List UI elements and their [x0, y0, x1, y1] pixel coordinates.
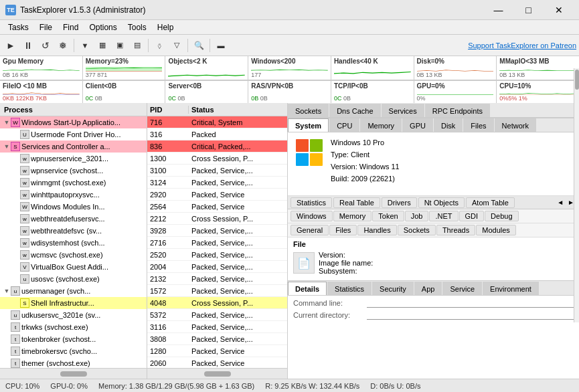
stat-objects[interactable]: Objects<2 K [165, 56, 248, 80]
menu-file[interactable]: File [34, 21, 58, 33]
close-button[interactable]: ✕ [544, 0, 574, 20]
pid-list[interactable]: 716 Critical, System 316 Packed 836 Crit… [147, 116, 287, 368]
pid-row-7[interactable]: 2564 Packed, Service [147, 201, 287, 213]
proc-row-6[interactable]: w winhttpautoprxysvc... [0, 189, 147, 201]
pid-row-5[interactable]: 3124 Packed, Service,... [147, 177, 287, 189]
pid-row-4[interactable]: 3100 Packed, Service,... [147, 165, 287, 177]
menu-tasks[interactable]: Tasks [3, 21, 34, 33]
process-list[interactable]: ▼ W Windows Start-Up Applicatio... U Use… [0, 116, 147, 368]
proc-row-11[interactable]: w wcmsvc (svchost.exe) [0, 249, 147, 261]
pid-row-9[interactable]: 3928 Packed, Service,... [147, 225, 287, 237]
tab-memory[interactable]: Memory [360, 118, 402, 132]
subtab-files[interactable]: Files [329, 225, 357, 235]
proc-row-20[interactable]: t themer (svchost.exe) [0, 357, 147, 368]
pid-row-0[interactable]: 716 Critical, System [147, 116, 287, 128]
stat-disk[interactable]: Disk=0% 0B 13 KB [414, 56, 497, 80]
pid-row-8[interactable]: 2212 Cross Session, P... [147, 213, 287, 225]
tab-gpu[interactable]: GPU [402, 118, 433, 132]
tab-service[interactable]: Service [442, 282, 482, 295]
pid-row-10[interactable]: 2716 Packed, Service,... [147, 237, 287, 249]
subtab-windows[interactable]: Windows [291, 211, 333, 221]
pid-row-6[interactable]: 2920 Packed, Service [147, 189, 287, 201]
menu-find[interactable]: Find [58, 21, 84, 33]
pid-row-16[interactable]: 5372 Packed, Service,... [147, 309, 287, 321]
tab-services[interactable]: Services [382, 104, 424, 117]
pid-row-19[interactable]: 1280 Packed, Service [147, 345, 287, 357]
subtab-dotnet[interactable]: .NET [429, 211, 458, 221]
stat-server[interactable]: Server<0B 0C 0B [165, 81, 248, 103]
process-scrollbar[interactable] [0, 368, 147, 379]
subtab-nt-objects[interactable]: Nt Objects [418, 197, 465, 208]
subtab-gdi[interactable]: GDI [459, 211, 485, 221]
menu-help[interactable]: Help [152, 21, 179, 33]
stat-memory[interactable]: Memory=23% 377 871 [83, 56, 166, 80]
tab-environment[interactable]: Environment [483, 282, 539, 295]
tab-cpu[interactable]: CPU [329, 118, 359, 132]
tab-disk[interactable]: Disk [434, 118, 463, 132]
proc-row-15[interactable]: S Shell Infrastructur... [0, 297, 147, 309]
stat-handles[interactable]: Handles<40 K [331, 56, 414, 80]
tab-network[interactable]: Network [495, 118, 536, 132]
stat-windows[interactable]: Windows<200 177 [248, 56, 331, 80]
subtab-sockets[interactable]: Sockets [398, 225, 436, 235]
subtab-modules[interactable]: Modules [476, 225, 516, 235]
toolbar-freeze[interactable]: ❅ [55, 37, 71, 54]
toolbar-btn3[interactable]: ▣ [112, 37, 128, 54]
pid-row-20[interactable]: 2060 Packed, Service [147, 357, 287, 368]
subtab-atom-table[interactable]: Atom Table [466, 197, 515, 208]
proc-row-8[interactable]: w webthreatdefusersvc... [0, 213, 147, 225]
proc-row-4[interactable]: w wpnservice (svchost... [0, 165, 147, 177]
proc-row-17[interactable]: t trkwks (svchost.exe) [0, 321, 147, 333]
subtab-job[interactable]: Job [405, 211, 429, 221]
proc-row-5[interactable]: w winmgmt (svchost.exe) [0, 177, 147, 189]
pid-row-17[interactable]: 3116 Packed, Service,... [147, 321, 287, 333]
subtab-real-table[interactable]: Real Table [333, 197, 380, 208]
stat-mmapio[interactable]: MMapIO<33 MB 0B 13 KB [497, 56, 579, 80]
pid-row-18[interactable]: 3808 Packed, Service,... [147, 333, 287, 345]
subtab-memory2[interactable]: Memory [333, 211, 372, 221]
middle-scrollbar[interactable] [147, 368, 287, 379]
proc-row-7[interactable]: W Windows Modules In... [0, 201, 147, 213]
nav-left[interactable]: ◄ [555, 199, 566, 206]
stat-client[interactable]: Client<0B 0C 0B [83, 81, 166, 103]
menu-tools[interactable]: Tools [122, 21, 152, 33]
minimize-button[interactable]: — [483, 0, 513, 20]
proc-row-12[interactable]: V VirtualBox Guest Addi... [0, 261, 147, 273]
subtab-statistics[interactable]: Statistics [291, 197, 332, 208]
pid-row-15[interactable]: 4048 Cross Session, P... [147, 297, 287, 309]
toolbar-pause[interactable]: ⏸ [20, 37, 36, 54]
proc-row-16[interactable]: u udkusersvc_3201e (sv... [0, 309, 147, 321]
tab-dns-cache[interactable]: Dns Cache [329, 104, 380, 117]
subtab-general[interactable]: General [291, 225, 329, 235]
cmdline-value[interactable] [367, 298, 574, 308]
pid-row-3[interactable]: 1300 Cross Session, P... [147, 153, 287, 165]
proc-row-2[interactable]: ▼ S Services and Controller a... [0, 140, 147, 153]
proc-row-10[interactable]: w wdisystemhost (svch... [0, 237, 147, 249]
proc-row-13[interactable]: u usosvc (svchost.exe) [0, 273, 147, 285]
pid-row-12[interactable]: 2004 Packed, Service,... [147, 261, 287, 273]
toolbar-refresh[interactable]: ↺ [37, 37, 54, 54]
toolbar-btn1[interactable]: ▼ [77, 37, 93, 54]
toolbar-filter[interactable]: ▽ [169, 37, 185, 54]
tab-system[interactable]: System [288, 118, 329, 132]
pid-row-2[interactable]: 836 Critical, Packed,... [147, 140, 287, 153]
col-status[interactable]: Status [189, 106, 287, 114]
toolbar-btn2[interactable]: ▦ [94, 37, 110, 54]
subtab-handles[interactable]: Handles [357, 225, 396, 235]
stat-rasvpn[interactable]: RAS/VPN<0B 0B 0B [248, 81, 331, 103]
subtab-threads[interactable]: Threads [436, 225, 475, 235]
tab-sockets[interactable]: Sockets [288, 104, 329, 117]
maximize-button[interactable]: □ [513, 0, 544, 20]
proc-row-14[interactable]: ▼ u usermanager (svch... [0, 285, 147, 297]
stat-fileio[interactable]: FileIO <10 MB 0KB 122KB 7KB [0, 81, 83, 103]
pid-row-14[interactable]: 1572 Packed, Service,... [147, 285, 287, 297]
proc-row-18[interactable]: t tokenbroker (svchost... [0, 333, 147, 345]
tab-app[interactable]: App [414, 282, 442, 295]
pid-row-11[interactable]: 2520 Packed, Service,... [147, 249, 287, 261]
stat-gpu[interactable]: GPU=0% 0% [414, 81, 497, 103]
subtab-debug[interactable]: Debug [485, 211, 518, 221]
toolbar-extra[interactable]: ▬ [213, 37, 229, 54]
subtab-token[interactable]: Token [372, 211, 404, 221]
proc-row-0[interactable]: ▼ W Windows Start-Up Applicatio... [0, 116, 147, 128]
stat-gpu-memory[interactable]: Gpu Memory 0B 16 KB [0, 56, 83, 80]
